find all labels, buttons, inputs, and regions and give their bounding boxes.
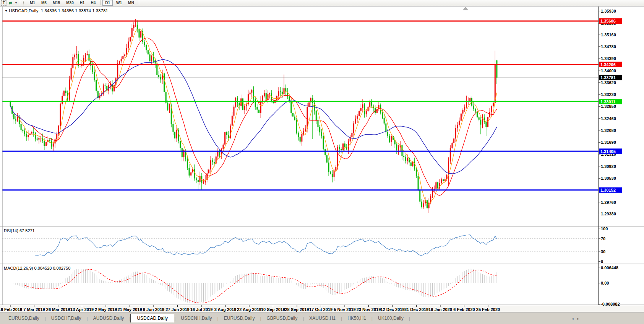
tab-usdcad-daily[interactable]: USDCAD,Daily: [130, 314, 174, 323]
chart-window: 1.359301.355301.351601.347801.343901.340…: [0, 6, 644, 313]
tab-hk50-h1[interactable]: HK50,H1: [342, 314, 371, 323]
svg-text:22 Aug 2019: 22 Aug 2019: [237, 307, 261, 312]
svg-text:7 Mar 2019: 7 Mar 2019: [23, 307, 45, 312]
symbol-switch-icon[interactable]: ⇄: [7, 1, 13, 5]
svg-text:5 Nov 2019: 5 Nov 2019: [334, 307, 355, 312]
svg-text:18 Jan 2020: 18 Jan 2020: [428, 307, 452, 312]
svg-text:6 Feb 2020: 6 Feb 2020: [453, 307, 475, 312]
svg-text:25 Feb 2020: 25 Feb 2020: [476, 307, 500, 312]
timeframe-button-m1[interactable]: M1: [27, 0, 38, 6]
toolbar-grip[interactable]: [23, 1, 25, 5]
timeframe-button-m30[interactable]: M30: [63, 0, 76, 6]
macd-axis-label: 0.00: [601, 281, 609, 285]
svg-text:23 Nov 2019: 23 Nov 2019: [357, 307, 381, 312]
svg-text:3 Aug 2019: 3 Aug 2019: [214, 307, 237, 312]
tab-usdchf-daily[interactable]: USDCHF,Daily: [46, 314, 87, 323]
toolbar-separator: [20, 0, 20, 5]
svg-text:1.33620: 1.33620: [601, 80, 616, 85]
tab-xauusd-h1[interactable]: XAUUSD,H1: [304, 314, 341, 323]
svg-text:21 May 2019: 21 May 2019: [117, 307, 142, 312]
chart-canvas[interactable]: 1.359301.355301.351601.347801.343901.340…: [0, 6, 644, 313]
svg-text:1.34000: 1.34000: [601, 68, 616, 73]
text-tool-button[interactable]: T: [1, 0, 6, 6]
chart-tabbar: EURUSD,Daily|USDCHF,Daily|AUDUSD,Daily|U…: [0, 313, 644, 323]
svg-text:2 May 2019: 2 May 2019: [95, 307, 117, 312]
svg-text:1.32850: 1.32850: [601, 104, 616, 109]
macd-axis-label: -0.008982: [601, 302, 620, 306]
toolbar-separator: [100, 0, 101, 5]
timeframe-button-d1[interactable]: D1: [102, 0, 113, 6]
collapse-triangle-icon[interactable]: ▼: [5, 9, 8, 13]
price-badge-1.31405: 1.31405: [599, 148, 622, 154]
timeframe-button-m15[interactable]: M15: [50, 0, 63, 6]
macd-current-values: 0.004528 0.002750: [34, 266, 70, 270]
svg-text:1.30530: 1.30530: [601, 176, 616, 181]
macd-axis-label: 0.006448: [601, 265, 618, 270]
current-price-badge: 1.33781: [599, 75, 622, 80]
svg-text:1.29380: 1.29380: [601, 212, 616, 216]
tab-eurusd-daily[interactable]: EURUSD,Daily: [219, 314, 260, 323]
timeframe-button-h4[interactable]: H4: [88, 0, 99, 6]
svg-text:16 Jul 2019: 16 Jul 2019: [190, 307, 213, 312]
rsi-axis-label-70: 70: [601, 236, 605, 241]
svg-text:1.34206: 1.34206: [600, 62, 616, 67]
rsi-indicator-label: RSI(14) 67.5271: [4, 228, 35, 233]
top-toolbar: T⇄▾M1M5M15M30H1H4D1W1MN: [0, 0, 644, 6]
svg-text:8 Jun 2019: 8 Jun 2019: [143, 307, 164, 312]
price-badge-1.35606: 1.35606: [599, 18, 622, 24]
svg-text:10 Sep 2019: 10 Sep 2019: [261, 307, 285, 312]
rsi-axis-label-100: 100: [601, 226, 608, 231]
svg-text:13 Apr 2019: 13 Apr 2019: [70, 307, 94, 312]
tab-uk100-daily[interactable]: UK100,Daily: [373, 314, 409, 323]
svg-text:26 Mar 2019: 26 Mar 2019: [46, 307, 70, 312]
tab-divider: |: [409, 316, 410, 323]
svg-text:1.33781: 1.33781: [600, 75, 616, 80]
tab-eurusd-daily[interactable]: EURUSD,Daily: [3, 314, 45, 323]
svg-text:27 Jun 2019: 27 Jun 2019: [165, 307, 189, 312]
svg-text:1.31690: 1.31690: [601, 140, 616, 145]
svg-text:16 Feb 2019: 16 Feb 2019: [0, 307, 22, 312]
dropdown-caret-icon[interactable]: ▾: [14, 1, 18, 5]
price-badge-1.34206: 1.34206: [599, 62, 622, 67]
svg-text:12 Dec 2019: 12 Dec 2019: [381, 307, 405, 312]
macd-indicator-label: MACD(12,26,9) 0.004528 0.002750: [4, 266, 70, 270]
svg-text:1.35930: 1.35930: [601, 9, 616, 13]
svg-text:1.30152: 1.30152: [600, 188, 616, 192]
rsi-current-value: 67.5271: [19, 228, 35, 233]
tab-usdcnh-daily[interactable]: USDCNH,Daily: [175, 314, 217, 323]
toolbar-separator: [139, 0, 139, 5]
tab-gbpusd-daily[interactable]: GBPUSD,Daily: [261, 314, 303, 323]
timeframe-button-w1[interactable]: W1: [114, 0, 125, 6]
svg-text:1.35160: 1.35160: [601, 33, 616, 37]
price-badge-1.30152: 1.30152: [599, 187, 622, 193]
price-badge-1.33011: 1.33011: [599, 99, 622, 104]
svg-text:1.32080: 1.32080: [601, 128, 616, 133]
svg-text:1.34390: 1.34390: [601, 56, 616, 61]
rsi-axis-label-0: 0: [601, 259, 603, 264]
svg-text:1.35606: 1.35606: [600, 19, 616, 23]
tabs-scroll-left[interactable]: ◂: [570, 317, 576, 321]
chart-title: ▼ USDCAD,Daily 1.34336 1.34356 1.33574 1…: [5, 8, 108, 13]
chart-ohlc-values: 1.34336 1.34356 1.33574 1.33781: [41, 8, 108, 13]
svg-text:1.32460: 1.32460: [601, 116, 616, 121]
rsi-axis-label-30: 30: [601, 249, 605, 254]
svg-text:1.33011: 1.33011: [600, 99, 615, 104]
tabs-scroll-right[interactable]: ▸: [575, 317, 581, 321]
tab-audusd-daily[interactable]: AUDUSD,Daily: [88, 314, 130, 323]
svg-text:1.29760: 1.29760: [601, 200, 616, 205]
tabs-scroll-arrows: ◂▸: [570, 317, 581, 323]
chart-symbol-label: USDCAD,Daily: [9, 8, 38, 13]
svg-text:1.30920: 1.30920: [601, 164, 616, 169]
svg-text:17 Oct 2019: 17 Oct 2019: [309, 307, 333, 312]
svg-text:1.31405: 1.31405: [600, 149, 616, 154]
chart-background: [0, 6, 644, 306]
svg-text:1.34780: 1.34780: [601, 44, 616, 49]
svg-text:31 Dec 2019: 31 Dec 2019: [404, 307, 428, 312]
timeframe-button-h1[interactable]: H1: [77, 0, 88, 6]
statusbar-strip: [0, 322, 644, 324]
svg-text:1.33230: 1.33230: [601, 92, 616, 97]
svg-text:28 Sep 2019: 28 Sep 2019: [285, 307, 309, 312]
timeframe-button-mn[interactable]: MN: [125, 0, 137, 6]
timeframe-button-m5[interactable]: M5: [39, 0, 49, 6]
